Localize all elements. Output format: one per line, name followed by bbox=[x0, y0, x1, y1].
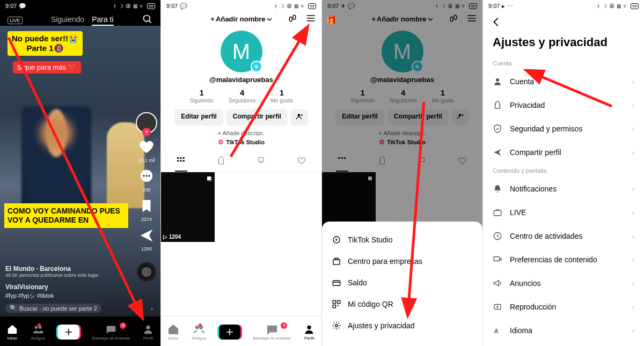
profile-avatar[interactable]: M+ bbox=[221, 31, 262, 72]
add-name-button[interactable]: + Añadir nombre bbox=[210, 15, 272, 23]
video-area[interactable]: No puede ser!!😭Parte 1🔞 Sigue para más ❤… bbox=[0, 26, 160, 316]
live-tab[interactable]: LIVE bbox=[8, 17, 23, 24]
screen-profile: 9:07 💬 ᚼ☽⦿⊠ᯤ99 + Añadir nombre M+ @malav… bbox=[161, 0, 322, 346]
svg-point-18 bbox=[307, 325, 311, 329]
following-tab[interactable]: Siguiendo bbox=[51, 15, 84, 26]
search-suggestion[interactable]: 🔍 Buscar · no puede ser parte 2 › bbox=[5, 304, 155, 313]
footprint-icon[interactable] bbox=[287, 13, 298, 26]
video-meta: El Mundo · Barcelona 48.5K personas publ… bbox=[5, 265, 128, 300]
search-icon[interactable] bbox=[142, 14, 153, 26]
nav-create[interactable] bbox=[219, 325, 240, 340]
stat-following[interactable]: 1Siguiendo bbox=[189, 88, 213, 104]
svg-text:A: A bbox=[494, 328, 499, 334]
settings-preferencias-contenido[interactable]: Preferencias de contenido› bbox=[483, 248, 644, 271]
svg-rect-26 bbox=[333, 260, 340, 264]
profile-stats: 1Siguiendo 4Seguidores 1Me gusta bbox=[161, 88, 321, 104]
svg-rect-14 bbox=[207, 176, 211, 180]
menu-tiktok-studio[interactable]: TikTok Studio bbox=[322, 229, 482, 251]
settings-reproduccion[interactable]: Reproducción› bbox=[483, 295, 644, 319]
menu-settings-privacy[interactable]: Ajustes y privacidad bbox=[322, 315, 482, 336]
foryou-tab[interactable]: Para ti bbox=[92, 15, 113, 26]
add-avatar-icon[interactable]: + bbox=[251, 61, 262, 72]
stat-likes[interactable]: 1Me gusta bbox=[270, 88, 292, 104]
section-content: Contenido y pantalla bbox=[483, 164, 644, 177]
tab-private[interactable] bbox=[201, 151, 241, 172]
action-rail: 23,1 mil 939 2274 1290 bbox=[136, 112, 157, 252]
tab-liked[interactable] bbox=[281, 151, 321, 172]
multiimage-icon bbox=[206, 174, 213, 181]
nav-profile[interactable]: Perfil bbox=[142, 323, 154, 341]
moon-icon: ☽ bbox=[119, 3, 123, 9]
settings-centro-actividades[interactable]: Centro de actividades› bbox=[483, 224, 644, 248]
status-bar: 9:07 ▸ ⋯ ᚼ☽⦿⊠ᯤ99 bbox=[483, 0, 644, 12]
svg-point-13 bbox=[297, 114, 300, 116]
author-avatar[interactable] bbox=[136, 112, 157, 134]
nav-friends[interactable]: Amigos bbox=[192, 323, 207, 341]
back-button[interactable] bbox=[483, 12, 644, 32]
settings-compartir[interactable]: Compartir perfil› bbox=[483, 141, 644, 164]
profile-tabs bbox=[161, 151, 321, 172]
svg-point-11 bbox=[289, 17, 292, 21]
hashtags[interactable]: #fyp #fypシ #tiktok bbox=[5, 292, 128, 300]
section-account: Cuenta bbox=[483, 57, 644, 70]
nav-home[interactable]: Inicio bbox=[167, 323, 179, 341]
sticker-follow: Sigue para más ❤️ bbox=[13, 61, 81, 73]
share-button[interactable]: 1290 bbox=[137, 227, 156, 252]
nav-home[interactable]: Inicio bbox=[6, 323, 18, 341]
nav-inbox[interactable]: 4Bandeja de entrada bbox=[92, 323, 130, 341]
stat-followers[interactable]: 4Seguidores bbox=[229, 88, 256, 104]
caption-overlay: COMO VOY CAMINANDO PUES VOY A QUEDARME E… bbox=[4, 203, 128, 228]
share-profile-button[interactable]: Compartir perfil bbox=[226, 109, 288, 126]
like-button[interactable]: 23,1 mil bbox=[137, 139, 156, 163]
gift-icon[interactable]: 🎁 bbox=[326, 15, 338, 27]
nav-friends[interactable]: Amigos bbox=[31, 323, 46, 341]
settings-seguridad[interactable]: Seguridad y permisos› bbox=[483, 117, 644, 141]
svg-rect-28 bbox=[333, 281, 340, 285]
nav-inbox[interactable]: 4Bandeja de entrada bbox=[253, 323, 291, 341]
sound-disc[interactable] bbox=[137, 262, 156, 282]
vibrate-icon: ⦿ bbox=[126, 3, 131, 9]
bottom-sheet-menu: TikTok Studio Centro para empresas Saldo… bbox=[322, 222, 482, 346]
bookmark-button[interactable]: 2274 bbox=[137, 198, 156, 222]
settings-tiempo-pantalla[interactable]: Tiempo en pantalla› bbox=[483, 342, 644, 346]
screen-profile-menu: 9:07 ✈💬 ᚼ☽⦿⊠ᯤ99 🎁 + Añadir nombre M+ @ma… bbox=[322, 0, 483, 346]
screen-feed: 9:07 💬 ᚼ ☽ ⦿ ⊠ ᯤ 99 LIVE Siguiendo Para … bbox=[0, 0, 161, 346]
nav-create[interactable] bbox=[58, 325, 79, 340]
bottom-nav: Inicio Amigos 4Bandeja de entrada Perfil bbox=[161, 316, 321, 346]
view-count: ▷ 1204 bbox=[163, 234, 181, 240]
menu-qr-code[interactable]: Mi código QR bbox=[322, 293, 482, 315]
tiktok-studio-link[interactable]: ⚙TikTok Studio bbox=[161, 138, 321, 146]
svg-rect-33 bbox=[338, 305, 339, 306]
settings-notificaciones[interactable]: Notificaciones› bbox=[483, 177, 644, 201]
tab-posts[interactable] bbox=[161, 151, 201, 172]
svg-point-0 bbox=[143, 16, 150, 22]
add-friend-button[interactable] bbox=[291, 109, 308, 126]
nav-profile[interactable]: Perfil bbox=[303, 323, 315, 341]
svg-rect-27 bbox=[335, 258, 338, 260]
svg-point-3 bbox=[143, 175, 145, 176]
menu-business-center[interactable]: Centro para empresas bbox=[322, 251, 482, 272]
page-title: Ajustes y privacidad bbox=[483, 32, 644, 57]
profile-handle[interactable]: @malavidapruebas bbox=[161, 76, 321, 84]
svg-rect-32 bbox=[333, 305, 335, 308]
svg-point-16 bbox=[195, 326, 199, 329]
svg-rect-40 bbox=[494, 257, 500, 261]
settings-live[interactable]: LIVE› bbox=[483, 201, 644, 224]
menu-icon[interactable] bbox=[305, 13, 316, 26]
settings-idioma[interactable]: AIdioma› bbox=[483, 319, 644, 342]
menu-balance[interactable]: Saldo bbox=[322, 272, 482, 293]
settings-anuncios[interactable]: Anuncios› bbox=[483, 271, 644, 295]
add-description[interactable]: + Añade descripc. bbox=[161, 130, 321, 136]
svg-rect-30 bbox=[333, 300, 335, 303]
svg-point-34 bbox=[335, 325, 338, 327]
svg-line-1 bbox=[149, 21, 151, 23]
tab-reposts[interactable] bbox=[241, 151, 282, 172]
video-thumbnail[interactable]: ▷ 1204 bbox=[161, 172, 215, 242]
settings-privacidad[interactable]: Privacidad› bbox=[483, 93, 644, 117]
svg-point-37 bbox=[496, 78, 499, 82]
settings-cuenta[interactable]: Cuenta› bbox=[483, 70, 644, 93]
author-name[interactable]: ViralVisionary bbox=[5, 283, 128, 291]
location-text[interactable]: El Mundo · Barcelona bbox=[5, 265, 128, 273]
comment-button[interactable]: 939 bbox=[137, 168, 156, 193]
edit-profile-button[interactable]: Editar perfil bbox=[174, 109, 223, 126]
